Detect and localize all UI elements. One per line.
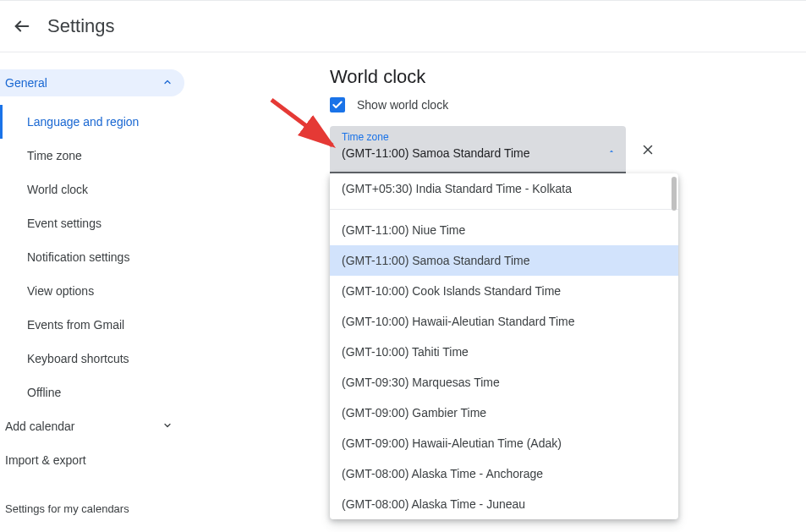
show-world-clock-row: Show world clock xyxy=(330,97,448,112)
timezone-option[interactable]: (GMT-08:00) Alaska Time - Anchorage xyxy=(330,458,678,489)
sidebar-item-offline[interactable]: Offline xyxy=(0,376,184,409)
timezone-option[interactable]: (GMT-09:30) Marquesas Time xyxy=(330,367,678,398)
page-title: Settings xyxy=(47,15,115,37)
caret-up-icon xyxy=(607,144,616,159)
sidebar-item-event-settings[interactable]: Event settings xyxy=(0,206,184,240)
top-bar: Settings xyxy=(0,0,806,52)
timezone-option[interactable]: (GMT-09:00) Hawaii-Aleutian Time (Adak) xyxy=(330,428,678,458)
remove-timezone-button[interactable] xyxy=(638,140,658,160)
sidebar-item-view-options[interactable]: View options xyxy=(0,274,184,308)
section-title-world-clock: World clock xyxy=(330,66,425,88)
sidebar-item-language-region[interactable]: Language and region xyxy=(0,105,184,139)
sidebar-item-add-calendar[interactable]: Add calendar xyxy=(0,409,184,443)
timezone-option[interactable]: (GMT-10:00) Cook Islands Standard Time xyxy=(330,276,678,306)
sidebar-item-notification-settings[interactable]: Notification settings xyxy=(0,240,184,274)
timezone-option-current[interactable]: (GMT+05:30) India Standard Time - Kolkat… xyxy=(330,173,678,204)
chevron-up-icon xyxy=(162,76,173,90)
timezone-option[interactable]: (GMT-10:00) Tahiti Time xyxy=(330,337,678,367)
timezone-dropdown[interactable]: (GMT+05:30) India Standard Time - Kolkat… xyxy=(330,173,678,519)
dropdown-separator xyxy=(330,209,678,210)
timezone-option-selected[interactable]: (GMT-11:00) Samoa Standard Time xyxy=(330,245,678,276)
timezone-select[interactable]: Time zone (GMT-11:00) Samoa Standard Tim… xyxy=(330,126,626,173)
sidebar-item-world-clock[interactable]: World clock xyxy=(0,173,184,206)
sidebar-item-time-zone[interactable]: Time zone xyxy=(0,139,184,173)
sidebar-section-general[interactable]: General xyxy=(0,69,184,96)
chevron-down-icon xyxy=(162,420,173,433)
timezone-option[interactable]: (GMT-10:00) Hawaii-Aleutian Standard Tim… xyxy=(330,306,678,337)
sidebar-section-label: General xyxy=(5,76,47,90)
sidebar-item-import-export[interactable]: Import & export xyxy=(0,443,184,477)
timezone-field-value: (GMT-11:00) Samoa Standard Time xyxy=(342,146,530,160)
timezone-option[interactable]: (GMT-08:00) Alaska Time - Juneau xyxy=(330,489,678,519)
timezone-option[interactable]: (GMT-11:00) Niue Time xyxy=(330,215,678,245)
show-world-clock-label: Show world clock xyxy=(357,98,448,112)
show-world-clock-checkbox[interactable] xyxy=(330,97,345,112)
timezone-option[interactable]: (GMT-09:00) Gambier Time xyxy=(330,398,678,428)
sidebar-item-keyboard-shortcuts[interactable]: Keyboard shortcuts xyxy=(0,342,184,376)
sidebar-item-events-from-gmail[interactable]: Events from Gmail xyxy=(0,308,184,342)
back-arrow-icon[interactable] xyxy=(12,16,32,36)
sidebar: General Language and region Time zone Wo… xyxy=(0,52,184,532)
scrollbar-thumb[interactable] xyxy=(672,177,677,211)
sidebar-caption: Settings for my calendars xyxy=(0,477,184,515)
timezone-field-label: Time zone xyxy=(342,131,530,143)
